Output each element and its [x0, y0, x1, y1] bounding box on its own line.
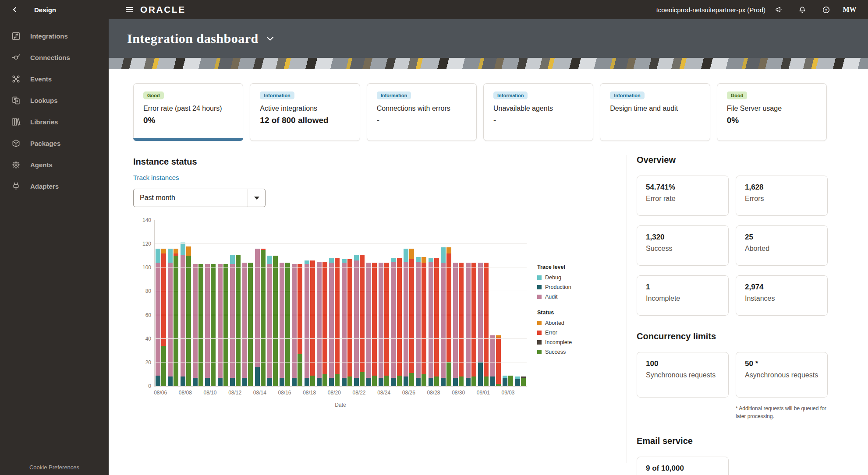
cookie-preferences-link[interactable]: Cookie Preferences: [0, 464, 109, 471]
x-tick-label: 09/01: [477, 390, 490, 396]
y-tick-label: 60: [145, 312, 151, 318]
oracle-logo: ORACLE: [140, 4, 186, 15]
bar-group-08/13: [241, 220, 254, 386]
sidebar-item-events[interactable]: Events: [0, 68, 109, 90]
status-badge: Information: [260, 91, 294, 99]
trace-bar: [230, 220, 235, 386]
status-bar-success: [273, 256, 278, 386]
kpi-card-error-rate[interactable]: Good Error rate (past 24 hours) 0%: [133, 83, 243, 141]
stat-card-instances: 2,974 Instances: [736, 275, 828, 316]
sidebar-item-lookups[interactable]: Lookups: [0, 90, 109, 111]
status-bar-success: [236, 255, 241, 386]
stat-card-sync-requests: 100 Synchronous requests: [637, 352, 729, 398]
status-bar-success: [347, 376, 352, 386]
trace-bar: [391, 220, 396, 386]
status-bar-success: [310, 376, 315, 386]
status-bar: [422, 220, 426, 386]
trace-bar-audit: [342, 263, 347, 378]
x-tick-label: 08/30: [452, 390, 465, 396]
context-label: Design: [34, 6, 56, 14]
sidebar-item-libraries[interactable]: Libraries: [0, 111, 109, 133]
menu-icon[interactable]: [124, 4, 135, 15]
time-range-select[interactable]: Past month: [133, 189, 266, 207]
chart-bars: [155, 220, 527, 386]
status-bar-success: [335, 374, 340, 386]
trace-bar-production: [453, 378, 458, 386]
status-bar: [298, 220, 302, 386]
trace-bar-production: [280, 378, 284, 386]
track-instances-link[interactable]: Track instances: [133, 174, 179, 181]
trace-bar: [218, 220, 223, 386]
bar-group-08/08: [180, 220, 192, 386]
sidebar-item-agents[interactable]: Agents: [0, 154, 109, 176]
kpi-card-active-integrations[interactable]: Information Active integrations 12 of 80…: [250, 83, 360, 141]
trace-bar: [255, 220, 260, 386]
status-bar-success: [446, 362, 451, 386]
bar-group-08/16: [279, 220, 291, 386]
trace-bar-production: [193, 378, 198, 386]
trace-bar: [503, 220, 507, 386]
status-bar-error: [409, 259, 414, 373]
kpi-value: 0%: [143, 116, 233, 125]
trace-bar: [292, 220, 297, 386]
user-avatar[interactable]: MW: [841, 3, 858, 16]
select-dropdown-button[interactable]: [248, 189, 265, 207]
status-bar-success: [161, 346, 166, 386]
trace-bar-audit: [218, 264, 223, 378]
status-bar-aborted: [161, 249, 166, 253]
bar-group-08/06: [155, 220, 167, 386]
trace-bar-audit: [490, 335, 495, 377]
y-tick-label: 80: [145, 288, 151, 294]
gridline: [155, 220, 527, 220]
bar-group-08/20: [328, 220, 340, 386]
trace-bar-audit: [441, 263, 446, 378]
connections-icon: [11, 53, 21, 62]
trace-bar-audit: [168, 263, 173, 376]
bar-group-08/18: [304, 220, 316, 386]
status-bar: [347, 220, 352, 386]
y-tick-label: 120: [142, 241, 151, 247]
trace-bar-debug: [404, 249, 408, 262]
kpi-card-unavailable-agents[interactable]: Information Unavailable agents -: [483, 83, 593, 141]
libraries-icon: [11, 117, 21, 127]
bar-group-09/03: [502, 220, 514, 386]
kpi-card-file-server-usage[interactable]: Good File Server usage 0%: [717, 83, 827, 141]
sidebar-item-label: Adapters: [30, 183, 59, 190]
trace-bar-debug: [168, 249, 173, 263]
y-tick-label: 0: [148, 383, 151, 389]
kpi-card-design-time-audit[interactable]: Information Design time and audit: [600, 83, 710, 141]
trace-bar: [429, 220, 433, 386]
status-bar: [409, 220, 414, 386]
bar-group-08/27: [415, 220, 427, 386]
announcement-icon[interactable]: [770, 3, 787, 16]
legend-label: Success: [545, 349, 566, 355]
help-icon[interactable]: ?: [817, 3, 835, 16]
instance-status-title: Instance status: [133, 157, 627, 167]
status-bar-success: [434, 376, 439, 386]
status-bar-success: [484, 376, 489, 386]
title-chevron-down-icon[interactable]: [266, 36, 274, 41]
sidebar-item-integrations[interactable]: Integrations: [0, 25, 109, 47]
status-bar-error: [298, 264, 302, 354]
notifications-icon[interactable]: [794, 3, 811, 16]
sidebar-item-connections[interactable]: Connections: [0, 47, 109, 68]
trace-bar: [366, 220, 371, 386]
trace-bar-production: [404, 376, 408, 386]
status-bar-success: [459, 376, 464, 386]
trace-bar-debug: [230, 255, 235, 264]
trace-bar: [193, 220, 198, 386]
back-icon[interactable]: [9, 4, 21, 16]
legend-swatch: [537, 285, 542, 289]
trace-bar-debug: [429, 258, 433, 262]
status-bar: [496, 220, 501, 386]
trace-bar: [490, 220, 495, 386]
sidebar-item-adapters[interactable]: Adapters: [0, 176, 109, 197]
sidebar-item-packages[interactable]: Packages: [0, 133, 109, 154]
x-tick-label: 08/18: [303, 390, 316, 396]
status-bar: [471, 220, 476, 386]
trace-bar-audit: [317, 262, 322, 378]
status-bar-error: [459, 263, 464, 376]
kpi-card-connections-with-errors[interactable]: Information Connections with errors -: [367, 83, 477, 141]
instance-chart-plot: 020406080100120140: [154, 220, 527, 387]
chart-y-axis-labels: 020406080100120140: [135, 220, 151, 386]
